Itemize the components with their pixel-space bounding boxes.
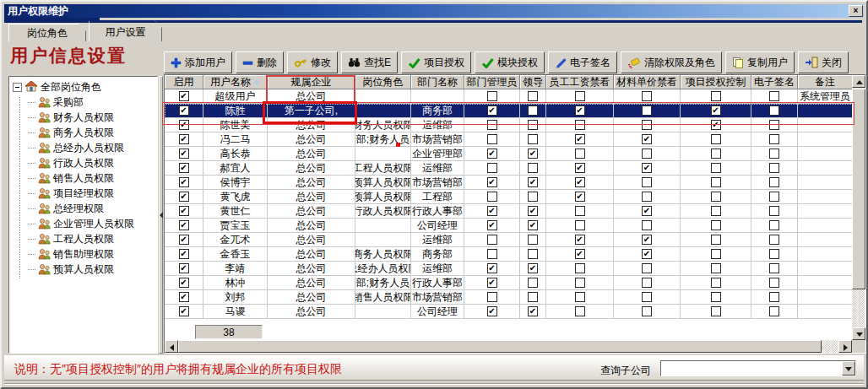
- esign-checkbox[interactable]: [769, 163, 779, 173]
- scroll-up-icon[interactable]: [852, 75, 865, 88]
- table-row-贾宝玉[interactable]: ✔贾宝玉总公司公司经理✔✔: [165, 219, 853, 233]
- table-row-林冲[interactable]: ✔林冲总公司采购部;财务人员权限行政人事部✔: [165, 276, 853, 290]
- column-header-备注[interactable]: 备注: [798, 75, 853, 89]
- table-row-金香玉[interactable]: ✔金香玉总公司商务人员权限商务部✔✔: [165, 247, 853, 262]
- column-header-项目授权控制[interactable]: 项目授权控制: [681, 75, 751, 89]
- column-header-领导[interactable]: 领导: [520, 75, 546, 89]
- salary-hide-checkbox[interactable]: ✔: [575, 235, 585, 245]
- esign-checkbox[interactable]: [769, 105, 779, 116]
- salary-hide-checkbox[interactable]: ✔: [575, 163, 585, 173]
- leader-checkbox[interactable]: [528, 249, 538, 259]
- dept-manager-checkbox[interactable]: ✔: [487, 149, 497, 159]
- leader-checkbox[interactable]: [528, 91, 538, 101]
- tree-item-采购部[interactable]: 采购部: [9, 95, 157, 110]
- column-header-规属企业[interactable]: 规属企业: [268, 75, 355, 89]
- esign-checkbox[interactable]: [769, 149, 779, 159]
- dept-manager-checkbox[interactable]: ✔: [487, 263, 497, 273]
- project-auth-control-checkbox[interactable]: [711, 163, 721, 173]
- tree-item-预算人员权限[interactable]: 预算人员权限: [9, 262, 157, 277]
- dept-manager-checkbox[interactable]: ✔: [487, 220, 497, 230]
- salary-hide-checkbox[interactable]: [575, 149, 585, 159]
- table-row-超级用户[interactable]: ✔超级用户总公司系统管理员: [165, 89, 853, 104]
- esign-checkbox[interactable]: [769, 91, 779, 101]
- project-auth-control-checkbox[interactable]: [711, 220, 721, 230]
- esign-checkbox[interactable]: [769, 249, 779, 259]
- tree-item-销售助理权限[interactable]: 销售助理权限: [9, 246, 157, 262]
- material-price-hide-checkbox[interactable]: ✔: [642, 163, 652, 173]
- esign-checkbox[interactable]: [769, 192, 779, 202]
- enabled-checkbox[interactable]: ✔: [179, 177, 189, 187]
- project-auth-control-checkbox[interactable]: [711, 149, 721, 159]
- table-row-刘邦[interactable]: ✔刘邦总公司销售人员权限市场营销部: [165, 290, 853, 305]
- table-row-侯博宇[interactable]: ✔侯博宇总公司预算人员权限市场营销部✔✔✔: [165, 176, 853, 190]
- leader-checkbox[interactable]: [528, 134, 538, 144]
- dept-manager-checkbox[interactable]: [487, 134, 497, 144]
- enabled-checkbox[interactable]: ✔: [179, 192, 189, 202]
- tree-item-商务人员权限[interactable]: 商务人员权限: [9, 125, 157, 140]
- material-price-hide-checkbox[interactable]: [642, 278, 652, 288]
- project-auth-control-checkbox[interactable]: [711, 235, 721, 245]
- enabled-checkbox[interactable]: ✔: [179, 220, 189, 230]
- project-auth-control-checkbox[interactable]: [711, 263, 721, 273]
- material-price-hide-checkbox[interactable]: [642, 149, 652, 159]
- project-auth-control-checkbox[interactable]: [711, 91, 721, 101]
- enabled-checkbox[interactable]: ✔: [179, 292, 189, 302]
- leader-checkbox[interactable]: ✔: [528, 206, 538, 216]
- salary-hide-checkbox[interactable]: ✔: [575, 249, 585, 259]
- vertical-scrollbar[interactable]: [852, 75, 865, 340]
- project-auth-control-checkbox[interactable]: [711, 177, 721, 187]
- column-header-部门管理员[interactable]: 部门管理员: [464, 75, 520, 89]
- esign-checkbox[interactable]: [769, 235, 779, 245]
- enabled-checkbox[interactable]: ✔: [179, 306, 189, 316]
- enabled-checkbox[interactable]: ✔: [179, 120, 189, 130]
- salary-hide-checkbox[interactable]: [575, 263, 585, 273]
- salary-hide-checkbox[interactable]: ✔: [575, 177, 585, 187]
- project-auth-control-checkbox[interactable]: [711, 249, 721, 259]
- table-row-黄飞虎[interactable]: ✔黄飞虎总公司预算人员权限工程部✔: [165, 190, 853, 204]
- leader-checkbox[interactable]: [528, 235, 538, 245]
- scroll-left-icon[interactable]: [165, 340, 178, 353]
- enabled-checkbox[interactable]: ✔: [179, 149, 189, 159]
- salary-hide-checkbox[interactable]: ✔: [575, 134, 585, 144]
- dept-manager-checkbox[interactable]: ✔: [487, 306, 497, 316]
- esign-checkbox[interactable]: [769, 134, 779, 144]
- material-price-hide-checkbox[interactable]: ✔: [642, 206, 652, 216]
- project-auth-button[interactable]: 项目授权: [401, 51, 471, 73]
- esign-checkbox[interactable]: [769, 120, 779, 130]
- project-auth-control-checkbox[interactable]: ✔: [711, 105, 721, 116]
- project-auth-control-checkbox[interactable]: ✔: [711, 120, 721, 130]
- column-header-材料单价禁看[interactable]: 材料单价禁看: [614, 75, 681, 89]
- horizontal-scrollbar[interactable]: [165, 340, 852, 353]
- tree-item-销售人员权限[interactable]: 销售人员权限: [9, 170, 157, 186]
- table-row-黄世仁[interactable]: ✔黄世仁总公司行政人员权限行政人事部✔✔✔: [165, 204, 853, 219]
- leader-checkbox[interactable]: [528, 292, 538, 302]
- vertical-scroll-thumb[interactable]: [852, 89, 865, 289]
- tree-collapse-icon[interactable]: [13, 83, 22, 92]
- dept-manager-checkbox[interactable]: [487, 292, 497, 302]
- tab-post-roles[interactable]: 岗位角色: [8, 24, 86, 41]
- tree-item-企业管理人员权限[interactable]: 企业管理人员权限: [9, 216, 157, 231]
- close-button[interactable]: 关闭: [798, 51, 849, 73]
- dept-manager-checkbox[interactable]: ✔: [487, 278, 497, 288]
- delete-button[interactable]: 删除: [236, 51, 284, 73]
- query-company-input[interactable]: [662, 362, 841, 375]
- table-row-金兀术[interactable]: ✔金兀术总公司运维部✔✔: [165, 233, 853, 247]
- enabled-checkbox[interactable]: ✔: [179, 235, 189, 245]
- column-header-部门名称[interactable]: 部门名称: [411, 75, 464, 89]
- column-header-启用[interactable]: 启用: [165, 75, 203, 89]
- module-auth-button[interactable]: 模块授权: [475, 51, 545, 73]
- enabled-checkbox[interactable]: ✔: [179, 91, 189, 101]
- material-price-hide-checkbox[interactable]: [642, 177, 652, 187]
- salary-hide-checkbox[interactable]: [575, 292, 585, 302]
- salary-hide-checkbox[interactable]: ✔: [575, 105, 585, 116]
- esign-checkbox[interactable]: [769, 292, 779, 302]
- esign-checkbox[interactable]: [769, 278, 779, 288]
- enabled-checkbox[interactable]: ✔: [179, 134, 189, 144]
- scroll-down-icon[interactable]: [852, 327, 865, 340]
- column-header-用户名称[interactable]: 用户名称: [203, 75, 268, 89]
- dept-manager-checkbox[interactable]: ✔: [487, 105, 497, 116]
- copy-user-button[interactable]: 复制用户: [725, 51, 795, 73]
- esign-checkbox[interactable]: [769, 306, 779, 316]
- leader-checkbox[interactable]: [528, 120, 538, 130]
- enabled-checkbox[interactable]: ✔: [179, 249, 189, 259]
